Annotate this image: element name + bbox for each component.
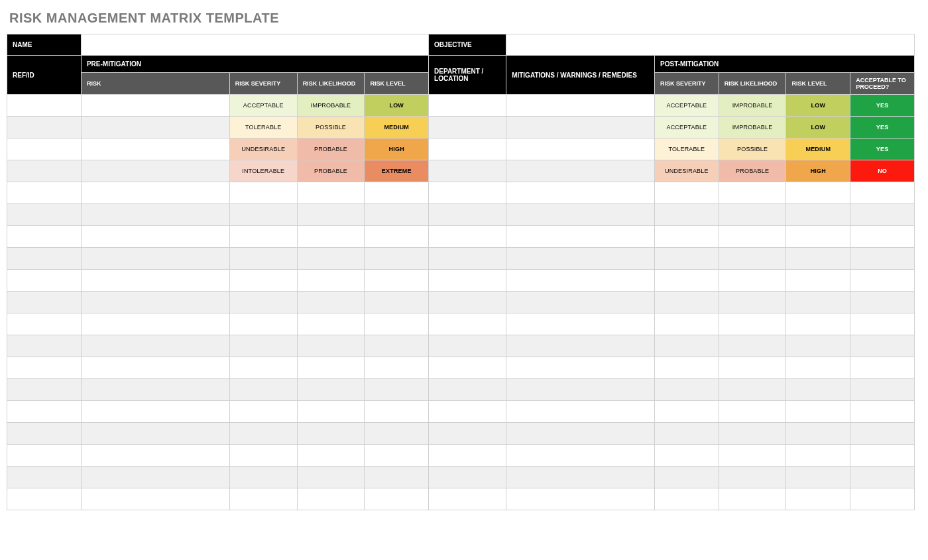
cell-refid[interactable] [7, 379, 82, 401]
cell-pre-likelihood[interactable] [297, 379, 365, 401]
cell-pre-likelihood[interactable] [297, 226, 365, 248]
cell-pre-level[interactable]: MEDIUM [365, 117, 429, 139]
cell-proceed[interactable] [850, 292, 915, 313]
cell-pre-severity[interactable]: UNDESIRABLE [229, 139, 297, 160]
cell-post-level[interactable] [786, 204, 850, 226]
header-name-value[interactable] [81, 34, 428, 56]
cell-post-level[interactable] [786, 401, 850, 423]
cell-risk[interactable] [81, 357, 229, 379]
cell-proceed[interactable] [850, 226, 915, 248]
cell-post-level[interactable]: HIGH [786, 160, 850, 182]
cell-post-level[interactable]: LOW [786, 95, 850, 117]
cell-refid[interactable] [7, 270, 82, 292]
cell-mitigations[interactable] [506, 488, 655, 510]
cell-pre-severity[interactable]: TOLERABLE [229, 117, 297, 139]
cell-post-likelihood[interactable] [719, 248, 786, 270]
cell-post-level[interactable]: MEDIUM [786, 139, 850, 160]
cell-proceed[interactable]: YES [850, 117, 915, 139]
cell-proceed[interactable] [850, 423, 915, 445]
cell-mitigations[interactable] [506, 335, 655, 357]
cell-refid[interactable] [7, 117, 82, 139]
cell-pre-level[interactable] [365, 226, 429, 248]
cell-pre-likelihood[interactable]: POSSIBLE [297, 117, 365, 139]
cell-post-likelihood[interactable] [719, 313, 786, 335]
cell-post-level[interactable] [786, 357, 850, 379]
cell-proceed[interactable] [850, 335, 915, 357]
cell-pre-severity[interactable] [229, 488, 297, 510]
cell-post-severity[interactable] [655, 488, 719, 510]
cell-post-level[interactable] [786, 467, 850, 488]
cell-post-likelihood[interactable] [719, 488, 786, 510]
cell-department[interactable] [429, 292, 506, 313]
cell-post-severity[interactable] [655, 445, 719, 467]
cell-refid[interactable] [7, 488, 82, 510]
cell-pre-likelihood[interactable] [297, 292, 365, 313]
cell-post-likelihood[interactable] [719, 292, 786, 313]
cell-refid[interactable] [7, 401, 82, 423]
cell-pre-likelihood[interactable] [297, 401, 365, 423]
cell-risk[interactable] [81, 182, 229, 204]
cell-pre-severity[interactable] [229, 401, 297, 423]
cell-mitigations[interactable] [506, 292, 655, 313]
cell-department[interactable] [429, 335, 506, 357]
cell-post-severity[interactable]: ACCEPTABLE [655, 95, 719, 117]
cell-pre-severity[interactable] [229, 357, 297, 379]
cell-risk[interactable] [81, 95, 229, 117]
cell-refid[interactable] [7, 160, 82, 182]
cell-pre-level[interactable] [365, 401, 429, 423]
cell-risk[interactable] [81, 423, 229, 445]
cell-post-likelihood[interactable]: IMPROBABLE [719, 117, 786, 139]
cell-refid[interactable] [7, 95, 82, 117]
cell-department[interactable] [429, 139, 506, 160]
cell-pre-likelihood[interactable]: IMPROBABLE [297, 95, 365, 117]
cell-mitigations[interactable] [506, 445, 655, 467]
cell-risk[interactable] [81, 467, 229, 488]
cell-proceed[interactable]: YES [850, 139, 915, 160]
cell-mitigations[interactable] [506, 379, 655, 401]
header-objective-value[interactable] [506, 34, 915, 56]
cell-risk[interactable] [81, 335, 229, 357]
cell-risk[interactable] [81, 139, 229, 160]
cell-department[interactable] [429, 204, 506, 226]
cell-pre-likelihood[interactable] [297, 248, 365, 270]
cell-post-level[interactable] [786, 313, 850, 335]
cell-post-severity[interactable] [655, 379, 719, 401]
cell-risk[interactable] [81, 379, 229, 401]
cell-post-likelihood[interactable] [719, 379, 786, 401]
cell-department[interactable] [429, 445, 506, 467]
cell-pre-level[interactable] [365, 445, 429, 467]
cell-risk[interactable] [81, 160, 229, 182]
cell-proceed[interactable] [850, 445, 915, 467]
cell-pre-severity[interactable] [229, 226, 297, 248]
cell-pre-likelihood[interactable] [297, 423, 365, 445]
cell-post-likelihood[interactable]: IMPROBABLE [719, 95, 786, 117]
cell-pre-level[interactable] [365, 248, 429, 270]
cell-post-likelihood[interactable]: PROBABLE [719, 160, 786, 182]
cell-refid[interactable] [7, 467, 82, 488]
cell-pre-likelihood[interactable] [297, 445, 365, 467]
cell-post-level[interactable] [786, 182, 850, 204]
cell-mitigations[interactable] [506, 313, 655, 335]
cell-department[interactable] [429, 226, 506, 248]
cell-proceed[interactable] [850, 248, 915, 270]
cell-pre-severity[interactable] [229, 270, 297, 292]
cell-refid[interactable] [7, 182, 82, 204]
cell-pre-likelihood[interactable] [297, 335, 365, 357]
cell-mitigations[interactable] [506, 117, 655, 139]
cell-pre-severity[interactable]: INTOLERABLE [229, 160, 297, 182]
cell-pre-likelihood[interactable] [297, 270, 365, 292]
cell-proceed[interactable] [850, 357, 915, 379]
cell-risk[interactable] [81, 292, 229, 313]
cell-pre-severity[interactable] [229, 335, 297, 357]
cell-refid[interactable] [7, 248, 82, 270]
cell-post-likelihood[interactable] [719, 204, 786, 226]
cell-department[interactable] [429, 248, 506, 270]
cell-post-likelihood[interactable] [719, 401, 786, 423]
cell-post-likelihood[interactable] [719, 226, 786, 248]
cell-department[interactable] [429, 488, 506, 510]
cell-mitigations[interactable] [506, 182, 655, 204]
cell-pre-level[interactable] [365, 204, 429, 226]
cell-risk[interactable] [81, 401, 229, 423]
cell-post-severity[interactable] [655, 423, 719, 445]
cell-proceed[interactable]: YES [850, 95, 915, 117]
